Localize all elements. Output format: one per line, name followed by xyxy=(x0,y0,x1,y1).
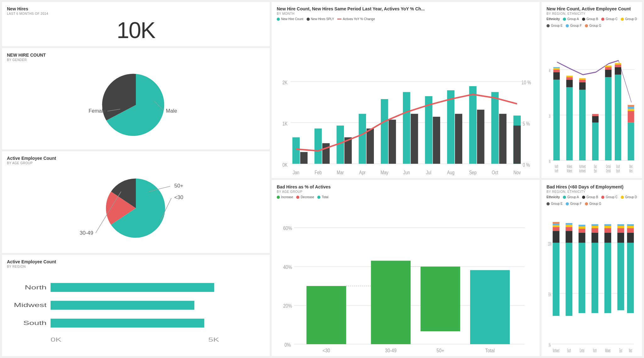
bar-midwest-d xyxy=(566,76,573,77)
dot-bm-a xyxy=(563,196,566,199)
bar-mw-bh-f xyxy=(604,224,611,226)
card-region-bar: Active Employee Count BY REGION North Mi… xyxy=(2,255,270,356)
bar-c-bh-c xyxy=(579,229,586,233)
y-label-0k: 0K xyxy=(282,162,287,168)
bar-n-bh-a xyxy=(591,243,598,313)
xl-mw: Midwest xyxy=(605,348,610,354)
chart-subtitle-top-mid: BY REGION, ETHNICITY xyxy=(547,12,637,15)
x-north2: North xyxy=(555,168,558,173)
legend-bot-left: Increase Decrease Total xyxy=(277,195,535,199)
y-label-2k: 2K xyxy=(282,80,287,86)
bar-nhc-oct xyxy=(491,92,498,164)
chart-area-age: 50+ <30 30-49 xyxy=(7,167,265,249)
bar-west-c xyxy=(628,111,634,123)
bar-c-bh-d xyxy=(579,227,586,229)
dashboard: New Hire Count, New Hires Same Period La… xyxy=(0,0,644,358)
bar-e-bh-f xyxy=(617,224,624,226)
x-nov2: Nov xyxy=(514,175,521,176)
chart-subtitle-top-left: BY MONTH xyxy=(277,12,535,15)
bar-west-d xyxy=(628,109,634,111)
bar-sply-nov xyxy=(514,126,521,164)
x-aug: Aug xyxy=(447,170,454,176)
bar-age-50plus-inc xyxy=(420,266,460,331)
legend-grp-f: Group F xyxy=(566,24,582,27)
x-30-49: 30-49 xyxy=(385,348,397,353)
bar-age-lt30 xyxy=(307,286,346,344)
bar-mw-bh-a xyxy=(604,243,611,313)
bar-s-bh-f xyxy=(566,223,573,225)
x-jan: Jan xyxy=(293,170,299,176)
label-grp-e: Group E xyxy=(551,24,563,27)
legend-actives-yoy: Actives YoY % Change xyxy=(337,17,375,21)
label-grp-g: Group G xyxy=(589,24,601,27)
svg-region-bar: North Midwest South 0K 5K xyxy=(7,270,265,353)
label-50plus: 50+ xyxy=(174,183,183,189)
chart-title-age: Active Employee Count xyxy=(7,156,265,161)
bar-nw-bh-g xyxy=(553,222,560,224)
bar-nw-bh-d xyxy=(553,225,560,227)
bar-west-g xyxy=(628,105,634,107)
bar-south-d xyxy=(615,63,621,64)
chart-area-gender: Female Male xyxy=(7,64,265,146)
label-total: Total xyxy=(322,195,328,199)
bar-sply-sep xyxy=(477,110,484,164)
bar-east-a xyxy=(592,123,599,160)
y-0-bot: 0% xyxy=(284,342,291,347)
bar-central-c xyxy=(605,67,612,70)
bar-sply-may xyxy=(389,120,396,164)
x-nov: Nov xyxy=(514,170,521,176)
bar-sply-jun xyxy=(411,114,418,164)
y-2k-mid: 2K xyxy=(549,113,551,118)
x-jun2: Jun xyxy=(403,175,410,176)
dot-increase xyxy=(277,196,280,199)
card-new-hires-big: New Hires LAST 6 MONTHS OF 2014 10K xyxy=(2,2,270,46)
svg-gender-pie: Female Male xyxy=(7,64,265,146)
bar-age-30-49 xyxy=(371,261,411,344)
x-west2: West xyxy=(629,168,632,173)
chart-title-gender: NEW HIRE COUNT xyxy=(7,53,265,58)
bar-w-bh-b xyxy=(627,232,634,243)
bar-sply-aug xyxy=(455,114,462,164)
xl-e: East xyxy=(619,348,622,354)
bar-sply-jan xyxy=(300,152,308,164)
svg-top-mid: 0K 2K 4K xyxy=(547,29,637,176)
bar-midwest-a xyxy=(566,87,573,160)
bar-n-bh-f xyxy=(591,224,598,226)
bar-sply-feb xyxy=(322,143,330,164)
bar-sply-apr xyxy=(367,128,374,164)
chart-area-top-mid: 0K 2K 4K xyxy=(547,29,637,176)
label-under30: <30 xyxy=(174,195,183,201)
xl-n: North xyxy=(593,348,597,354)
dot-grp-f xyxy=(566,24,569,27)
x-sep2: Sep xyxy=(469,175,476,176)
card-gender-pie: NEW HIRE COUNT BY GENDER Female Male xyxy=(2,48,270,149)
chart-subtitle-region: BY REGION xyxy=(7,265,265,268)
bar-nhc-apr xyxy=(359,114,366,164)
big-number-10k: 10K xyxy=(7,17,265,43)
dot-grp-e xyxy=(547,24,550,27)
bar-n-bh-c xyxy=(591,228,598,232)
label-bm-e: Group E xyxy=(551,202,563,205)
bar-east-b xyxy=(592,116,599,123)
bar-nhc-jun xyxy=(403,92,410,164)
bar-c-bh-f xyxy=(579,225,586,226)
bar-w-bh-f xyxy=(627,224,634,226)
legend-grp-d: Group D xyxy=(621,17,637,21)
bar-sply-jul xyxy=(433,117,440,164)
dot-bm-c xyxy=(601,196,604,199)
x-apr: Apr xyxy=(359,170,366,176)
bar-e-bh-a xyxy=(617,243,624,310)
label-bm-a: Group A xyxy=(567,195,579,199)
legend-dot-nhc xyxy=(277,18,280,21)
label-grp-c: Group C xyxy=(606,17,618,21)
legend-grp-e: Group E xyxy=(547,24,563,27)
bar-nw-c xyxy=(579,80,586,82)
dot-bm-d xyxy=(621,196,624,199)
x-midwest2: Midwest xyxy=(567,168,572,173)
bar-n-bh-b xyxy=(591,232,598,243)
dot-decrease xyxy=(296,196,299,199)
y-0k-mid: 0K xyxy=(549,159,551,164)
chart-area-bot-left: 0% 20% 40% 60% xyxy=(277,201,535,354)
chart-subtitle-new-hires: LAST 6 MONTHS OF 2014 xyxy=(7,12,265,15)
bar-w-bh-a xyxy=(627,243,634,313)
